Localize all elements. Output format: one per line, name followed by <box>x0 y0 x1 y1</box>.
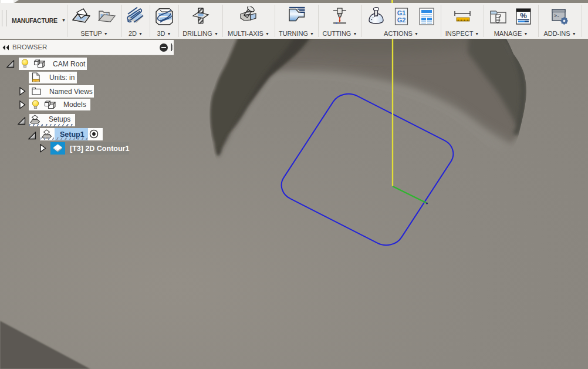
svg-text:G1: G1 <box>397 9 405 16</box>
svg-text:G2: G2 <box>397 16 405 24</box>
svg-text:%: % <box>520 11 527 20</box>
svg-text:>-: >- <box>554 13 560 18</box>
